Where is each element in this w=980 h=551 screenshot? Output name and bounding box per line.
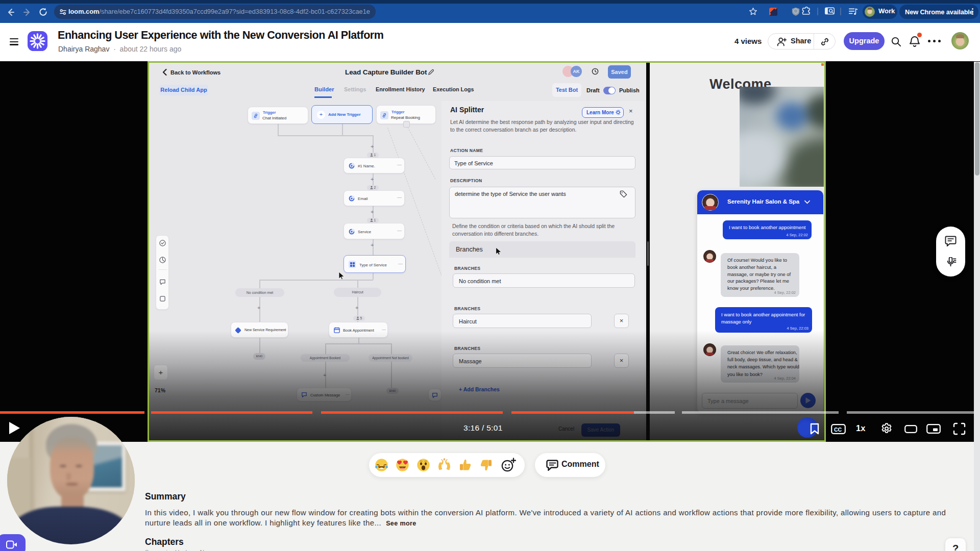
svg-text:CC: CC xyxy=(834,427,842,433)
